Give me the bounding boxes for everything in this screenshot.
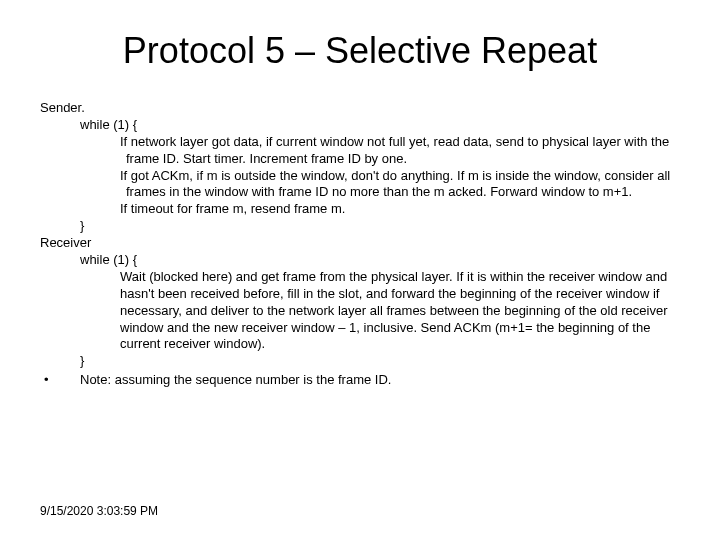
sender-loop-open: while (1) { <box>80 117 680 134</box>
slide: Protocol 5 – Selective Repeat Sender. wh… <box>0 0 720 540</box>
receiver-loop-close: } <box>80 353 680 370</box>
note-row: • Note: assuming the sequence number is … <box>40 372 680 389</box>
bullet-icon: • <box>40 372 66 389</box>
note-text: Note: assuming the sequence number is th… <box>66 372 680 389</box>
sender-heading: Sender. <box>40 100 680 117</box>
receiver-loop-open: while (1) { <box>80 252 680 269</box>
sender-line-3: If timeout for frame m, resend frame m. <box>120 201 680 218</box>
timestamp: 9/15/2020 3:03:59 PM <box>40 504 158 518</box>
sender-loop-close: } <box>80 218 680 235</box>
slide-body: Sender. while (1) { If network layer got… <box>40 100 680 389</box>
sender-line-1: If network layer got data, if current wi… <box>120 134 680 168</box>
receiver-line-1: Wait (blocked here) and get frame from t… <box>120 269 680 353</box>
slide-title: Protocol 5 – Selective Repeat <box>40 30 680 72</box>
sender-line-2: If got ACKm, if m is outside the window,… <box>120 168 680 202</box>
receiver-heading: Receiver <box>40 235 680 252</box>
